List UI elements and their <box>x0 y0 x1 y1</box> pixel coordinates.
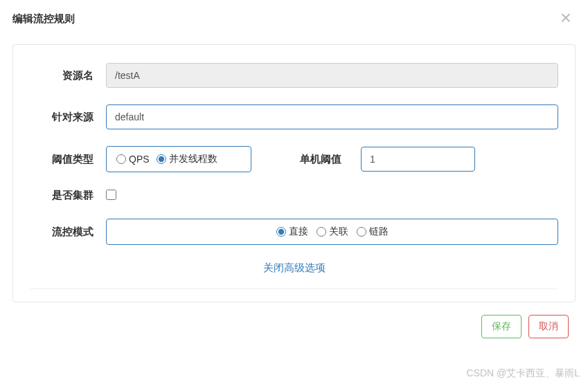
row-threshold-type: 阈值类型 QPS 并发线程数 单机阈值 <box>30 146 558 172</box>
mode-label: 流控模式 <box>30 226 106 239</box>
resource-input <box>106 63 558 88</box>
source-label: 针对来源 <box>30 111 106 124</box>
threshold-type-group: QPS 并发线程数 <box>106 146 251 172</box>
radio-mode-direct-input[interactable] <box>276 227 286 237</box>
save-button[interactable]: 保存 <box>481 315 522 338</box>
radio-mode-chain-label: 链路 <box>369 226 389 238</box>
row-source: 针对来源 <box>30 104 558 129</box>
cluster-checkbox[interactable] <box>106 190 116 200</box>
radio-concurrent-input[interactable] <box>157 154 166 164</box>
radio-mode-direct-label: 直接 <box>289 226 308 238</box>
modal-footer: 保存 取消 <box>0 302 588 351</box>
close-icon[interactable]: × <box>560 8 571 28</box>
edit-flow-rule-modal: 编辑流控规则 × 资源名 针对来源 阈值类型 QPS <box>0 0 588 351</box>
divider <box>30 289 558 289</box>
source-input[interactable] <box>106 104 558 129</box>
modal-header: 编辑流控规则 × <box>0 0 588 36</box>
radio-concurrent-label: 并发线程数 <box>169 153 217 165</box>
watermark: CSDN @艾卡西亚、暴雨L <box>466 367 580 380</box>
row-mode: 流控模式 直接 关联 链路 <box>30 219 558 245</box>
radio-qps-label: QPS <box>129 154 150 165</box>
row-resource: 资源名 <box>30 63 558 88</box>
radio-qps-input[interactable] <box>116 154 126 164</box>
cluster-label: 是否集群 <box>30 189 106 202</box>
radio-mode-relation-input[interactable] <box>317 227 326 237</box>
mode-group: 直接 关联 链路 <box>106 219 558 245</box>
radio-concurrent[interactable]: 并发线程数 <box>157 153 217 165</box>
radio-qps[interactable]: QPS <box>116 153 150 165</box>
advanced-toggle-link[interactable]: 关闭高级选项 <box>30 262 558 275</box>
threshold-type-label: 阈值类型 <box>30 153 106 166</box>
modal-title: 编辑流控规则 <box>12 12 75 26</box>
resource-label: 资源名 <box>30 69 106 82</box>
radio-mode-direct[interactable]: 直接 <box>276 226 308 238</box>
radio-mode-relation-label: 关联 <box>329 226 348 238</box>
radio-mode-relation[interactable]: 关联 <box>317 226 348 238</box>
single-threshold-label: 单机阈值 <box>300 153 341 166</box>
single-threshold-input[interactable] <box>361 147 475 172</box>
cancel-button[interactable]: 取消 <box>528 315 569 338</box>
modal-body: 资源名 针对来源 阈值类型 QPS 并发线 <box>12 44 576 302</box>
radio-mode-chain[interactable]: 链路 <box>357 226 389 238</box>
row-cluster: 是否集群 <box>30 189 558 202</box>
radio-mode-chain-input[interactable] <box>357 227 366 237</box>
